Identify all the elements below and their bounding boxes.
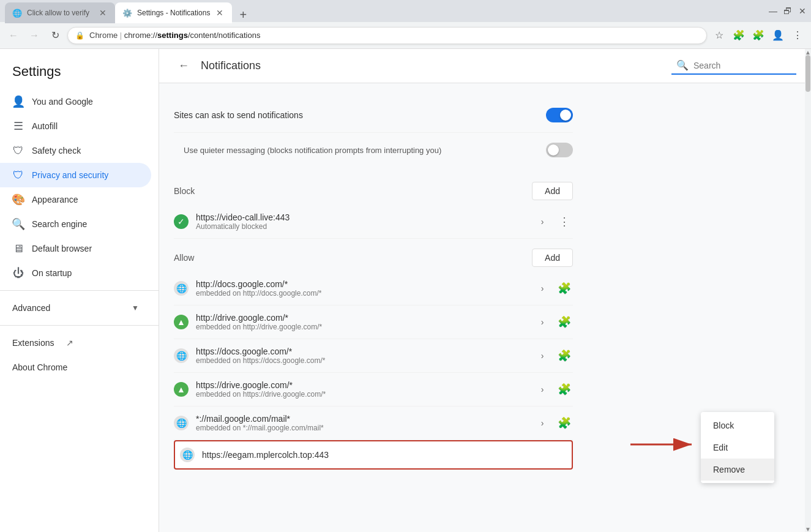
allowed-site-sub-4: embedded on *://mail.google.com/mail* — [196, 424, 526, 432]
blocked-site-info-0: https://video-call.live:443 Automaticall… — [196, 212, 526, 231]
context-menu: Block Edit Remove — [701, 412, 774, 483]
header-search-input[interactable] — [693, 61, 791, 70]
allowed-site-more-1[interactable]: 🧩 — [556, 313, 573, 331]
scrollbar-track: ▲ ▼ — [805, 49, 811, 532]
sidebar-label-privacy-security: Privacy and security — [32, 170, 139, 180]
blocked-site-more-0[interactable]: ⋮ — [556, 213, 573, 230]
tabs-bar: 🌐 Click allow to verify ✕ ⚙️ Settings - … — [5, 0, 764, 23]
url-highlight: settings — [157, 31, 188, 40]
close-button[interactable]: ✕ — [799, 7, 806, 15]
allowed-site-info-2: https://docs.google.com/* embedded on ht… — [196, 347, 526, 365]
allowed-site-chevron-1[interactable]: › — [534, 313, 551, 331]
allowed-site-row-0: 🌐 http://docs.google.com/* embedded on h… — [174, 272, 573, 305]
allowed-site-url-3: https://drive.google.com/* — [196, 380, 526, 390]
allowed-site-chevron-0[interactable]: › — [534, 280, 551, 297]
sidebar-item-advanced[interactable]: Advanced ▼ — [0, 296, 151, 320]
allowed-site-more-3[interactable]: 🧩 — [556, 381, 573, 398]
url-separator: | — [120, 31, 124, 40]
main-content: Settings 👤 You and Google ☰ Autofill 🛡 S… — [0, 49, 811, 532]
forward-nav-button[interactable]: → — [26, 27, 43, 44]
allowed-site-chevron-4[interactable]: › — [534, 414, 551, 432]
allowed-site-sub-2: embedded on https://docs.google.com/* — [196, 356, 526, 365]
sidebar-item-autofill[interactable]: ☰ Autofill — [0, 114, 151, 138]
menu-button[interactable]: ⋮ — [789, 27, 806, 44]
sidebar-item-search-engine[interactable]: 🔍 Search engine — [0, 212, 151, 236]
blocked-site-sub-0: Automatically blocked — [196, 222, 526, 231]
maximize-button[interactable]: 🗗 — [784, 7, 791, 15]
puzzle-button[interactable]: 🧩 — [750, 27, 767, 44]
sites-can-ask-toggle[interactable] — [546, 108, 573, 122]
reload-button[interactable]: ↻ — [47, 27, 64, 44]
url-bar[interactable]: 🔒 Chrome | chrome://settings/content/not… — [67, 27, 707, 44]
tab-2[interactable]: ⚙️ Settings - Notifications ✕ — [115, 2, 232, 23]
sidebar-label-advanced: Advanced — [12, 303, 124, 313]
tab-1-favicon: 🌐 — [12, 8, 22, 18]
allowed-site-row-1: ▲ http://drive.google.com/* embedded on … — [174, 305, 573, 339]
allowed-site-row-4: 🌐 *://mail.google.com/mail* embedded on … — [174, 406, 573, 440]
sidebar-item-privacy-security[interactable]: 🛡 Privacy and security — [0, 163, 151, 187]
allowed-site-url-0: http://docs.google.com/* — [196, 279, 526, 289]
tab-1-close[interactable]: ✕ — [98, 8, 108, 18]
sidebar-item-about-chrome[interactable]: About Chrome — [0, 355, 151, 380]
header-search[interactable]: 🔍 — [671, 57, 796, 75]
extension-button[interactable]: 🧩 — [730, 27, 747, 44]
allowed-site-more-0[interactable]: 🧩 — [556, 280, 573, 297]
allowed-site-actions-2: › 🧩 — [534, 347, 573, 364]
green-check-icon: ✓ — [174, 214, 189, 229]
content-header: ← Notifications 🔍 — [159, 49, 811, 83]
new-tab-button[interactable]: + — [234, 6, 252, 23]
sidebar-item-default-browser[interactable]: 🖥 Default browser — [0, 236, 151, 261]
window-controls: — 🗗 ✕ — [769, 7, 806, 15]
context-menu-remove[interactable]: Remove — [701, 459, 774, 481]
globe-icon-5: 🌐 — [180, 448, 195, 462]
block-add-button[interactable]: Add — [532, 182, 573, 200]
tab-2-close[interactable]: ✕ — [215, 8, 225, 18]
context-menu-block[interactable]: Block — [701, 414, 774, 436]
profile-button[interactable]: 👤 — [769, 27, 787, 44]
allowed-site-actions-1: › 🧩 — [534, 313, 573, 331]
quieter-messaging-toggle[interactable] — [546, 143, 573, 157]
sidebar-label-default-browser: Default browser — [32, 244, 139, 253]
chevron-down-icon: ▼ — [132, 304, 139, 312]
blocked-site-url-0: https://video-call.live:443 — [196, 212, 526, 222]
tab-1[interactable]: 🌐 Click allow to verify ✕ — [5, 2, 115, 23]
scrollbar-thumb[interactable] — [805, 55, 810, 92]
sidebar-item-appearance[interactable]: 🎨 Appearance — [0, 187, 151, 212]
sidebar-item-safety-check[interactable]: 🛡 Safety check — [0, 138, 151, 163]
sidebar: Settings 👤 You and Google ☰ Autofill 🛡 S… — [0, 49, 159, 532]
allow-section-header: Allow Add — [174, 249, 573, 267]
blocked-site-row-0: ✓ https://video-call.live:443 Automatica… — [174, 205, 573, 239]
allowed-site-chevron-2[interactable]: › — [534, 347, 551, 364]
allow-add-button[interactable]: Add — [532, 249, 573, 267]
allowed-site-more-2[interactable]: 🧩 — [556, 347, 573, 364]
extensions-label: Extensions — [12, 338, 54, 348]
sidebar-label-safety-check: Safety check — [32, 146, 139, 155]
shield-icon: 🛡 — [12, 144, 24, 157]
sidebar-item-on-startup[interactable]: ⏻ On startup — [0, 261, 151, 285]
page-title: Notifications — [201, 59, 664, 72]
url-prefix: chrome:// — [124, 31, 157, 40]
sidebar-label-search-engine: Search engine — [32, 219, 139, 229]
blocked-site-chevron-0[interactable]: › — [534, 213, 551, 230]
allowed-site-url-1: http://drive.google.com/* — [196, 313, 526, 323]
sidebar-title: Settings — [0, 59, 159, 89]
scroll-down-icon[interactable]: ▼ — [805, 526, 811, 532]
back-button[interactable]: ← — [174, 56, 193, 76]
sites-can-ask-label: Sites can ask to send notifications — [174, 110, 546, 120]
sites-can-ask-row: Sites can ask to send notifications — [174, 98, 573, 132]
sidebar-label-about-chrome: About Chrome — [12, 362, 139, 372]
power-icon: ⏻ — [12, 267, 24, 279]
scroll-up-icon[interactable]: ▲ — [805, 49, 811, 55]
quieter-messaging-label: Use quieter messaging (blocks notificati… — [184, 146, 546, 155]
bookmark-button[interactable]: ☆ — [711, 27, 728, 44]
block-section-header: Block Add — [174, 182, 573, 200]
back-nav-button[interactable]: ← — [5, 27, 22, 44]
allowed-site-chevron-3[interactable]: › — [534, 381, 551, 398]
sidebar-item-you-and-google[interactable]: 👤 You and Google — [0, 89, 151, 114]
context-menu-edit[interactable]: Edit — [701, 436, 774, 459]
minimize-button[interactable]: — — [769, 7, 777, 15]
allowed-site-more-4[interactable]: 🧩 — [556, 414, 573, 432]
address-bar: ← → ↻ 🔒 Chrome | chrome://settings/conte… — [0, 22, 811, 49]
sidebar-item-extensions[interactable]: Extensions ↗ — [0, 331, 159, 355]
globe-icon-4: 🌐 — [174, 416, 189, 430]
